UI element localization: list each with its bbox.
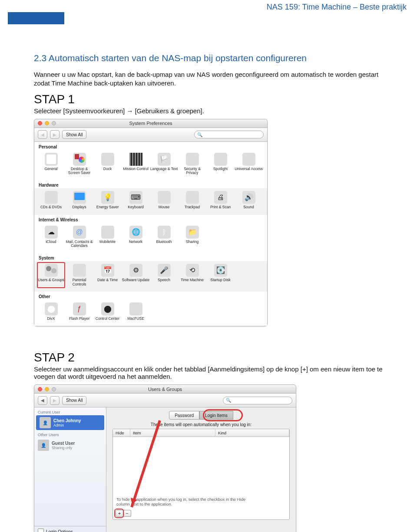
guest-role: Sharing only	[52, 446, 75, 450]
back-button[interactable]: ◀	[38, 130, 47, 139]
pref-language[interactable]: 🏳️Language & Text	[150, 151, 178, 177]
divx-icon: ⬤	[45, 302, 58, 315]
mobileme-icon	[101, 226, 114, 239]
pref-dock[interactable]: Dock	[93, 151, 122, 177]
pref-bluetooth[interactable]: ᛒBluetooth	[150, 224, 178, 250]
pref-spotlight-label: Spotlight	[213, 167, 228, 171]
note-line2: column next to the application.	[116, 502, 172, 506]
table-hide-note: To hide an application when you log in, …	[116, 497, 286, 506]
pref-dock-label: Dock	[103, 167, 112, 171]
network-icon: 🌐	[129, 226, 142, 239]
pref-sound[interactable]: 🔊Sound	[235, 189, 263, 211]
pref-date[interactable]: 📅Date & Time	[93, 262, 122, 288]
pref-divx-label: DivX	[47, 316, 55, 321]
pref-parental[interactable]: Parental Controls	[65, 262, 93, 288]
add-login-item-button[interactable]: +	[116, 510, 123, 517]
forward-button[interactable]: ▶	[50, 396, 60, 405]
pref-timemachine[interactable]: ⟲Time Machine	[178, 262, 206, 288]
pref-speech[interactable]: 🎤Speech	[150, 262, 178, 288]
pref-displays[interactable]: Displays	[65, 189, 93, 211]
search-input[interactable]: 🔍	[223, 397, 292, 404]
pref-print[interactable]: 🖨Print & Scan	[206, 189, 235, 211]
timemachine-icon: ⟲	[186, 264, 199, 277]
pref-network-label: Network	[129, 240, 142, 244]
step2-body: Selecteer uw aanmeldingsaccount en klik …	[34, 365, 383, 380]
login-options[interactable]: Login Options	[34, 526, 106, 532]
sidebar-current-user-label: Current User	[34, 407, 106, 415]
show-all-button[interactable]: Show All	[62, 130, 86, 139]
bluetooth-icon: ᛒ	[158, 226, 171, 239]
pref-macfuse[interactable]: MacFUSE	[122, 301, 150, 322]
pref-mouse-label: Mouse	[159, 205, 170, 209]
pref-controlcenter[interactable]: ⬤Control Center	[93, 301, 122, 322]
pref-desktop[interactable]: Desktop & Screen Saver	[65, 151, 93, 177]
pref-security[interactable]: Security & Privacy	[178, 151, 206, 177]
pref-energy-label: Energy Saver	[96, 205, 119, 209]
speech-icon: 🎤	[158, 264, 171, 277]
sidebar-user-guest[interactable]: 👤 Guest User Sharing only	[34, 438, 106, 453]
pref-displays-label: Displays	[72, 205, 86, 209]
pref-speech-label: Speech	[158, 278, 170, 282]
pref-users-groups[interactable]: Users & Groups	[37, 262, 65, 288]
spotlight-icon	[214, 153, 227, 166]
show-all-button[interactable]: Show All	[62, 396, 86, 405]
login-options-label: Login Options	[46, 529, 73, 532]
window-toolbar: ◀ ▶ Show All 🔍	[34, 394, 296, 407]
home-icon	[38, 529, 44, 532]
pref-cds[interactable]: CDs & DVDs	[37, 189, 65, 211]
pref-general-label: General	[44, 167, 57, 171]
forward-button[interactable]: ▶	[50, 130, 60, 139]
pref-mission[interactable]: Mission Control	[122, 151, 150, 177]
pref-mobileme-label: MobileMe	[99, 240, 116, 244]
pref-icloud[interactable]: ☁iCloud	[37, 224, 65, 250]
pref-cc-label: Control Center	[96, 316, 119, 321]
pref-icloud-label: iCloud	[46, 240, 56, 244]
system-preferences-window: System Preferences ◀ ▶ Show All 🔍 Person…	[34, 119, 268, 327]
section-hardware: Hardware	[34, 180, 267, 188]
pref-mobileme[interactable]: MobileMe	[93, 224, 122, 250]
display-icon	[73, 191, 86, 204]
pref-trackpad[interactable]: Trackpad	[178, 189, 206, 211]
macfuse-icon	[129, 302, 142, 315]
users-groups-window: Users & Groups ◀ ▶ Show All 🔍 Current Us…	[34, 384, 296, 532]
tab-login-items[interactable]: Login Items	[199, 411, 233, 420]
step2-title: STAP 2	[34, 351, 383, 365]
software-icon: ⚙	[129, 264, 142, 277]
window-titlebar: System Preferences	[34, 119, 267, 128]
col-hide[interactable]: Hide	[113, 429, 130, 437]
pref-mouse[interactable]: Mouse	[150, 189, 178, 211]
sidebar-user-current[interactable]: 👤 Chen Johnny Admin	[36, 415, 104, 430]
pref-desktop-label: Desktop & Screen Saver	[68, 167, 91, 175]
sound-icon: 🔊	[242, 191, 255, 204]
step1-title: STAP 1	[34, 92, 383, 106]
col-item[interactable]: Item	[130, 429, 215, 437]
search-input[interactable]: 🔍	[194, 131, 264, 138]
pref-macfuse-label: MacFUSE	[127, 316, 144, 321]
pref-divx[interactable]: ⬤DivX	[37, 301, 65, 322]
pref-network[interactable]: 🌐Network	[122, 224, 150, 250]
pref-keyboard[interactable]: ⌨Keyboard	[122, 189, 150, 211]
pref-software[interactable]: ⚙Software Update	[122, 262, 150, 288]
pref-general[interactable]: General	[37, 151, 65, 177]
pref-print-label: Print & Scan	[210, 205, 231, 209]
back-button[interactable]: ◀	[38, 396, 47, 405]
tab-password[interactable]: Password	[169, 411, 199, 420]
pref-parental-label: Parental Controls	[73, 278, 86, 286]
mission-icon	[129, 153, 142, 166]
pref-spotlight[interactable]: Spotlight	[206, 151, 235, 177]
pref-flash[interactable]: ƒFlash Player	[65, 301, 93, 322]
remove-login-item-button[interactable]: −	[123, 510, 131, 517]
pref-sharing[interactable]: 📁Sharing	[178, 224, 206, 250]
desktop-icon	[73, 153, 86, 166]
pref-universal[interactable]: Universal Access	[235, 151, 263, 177]
mail-icon: @	[73, 226, 86, 239]
security-icon	[186, 153, 199, 166]
avatar-icon: 👤	[40, 417, 51, 428]
pref-energy[interactable]: 💡Energy Saver	[93, 189, 122, 211]
avatar-icon: 👤	[38, 440, 49, 451]
trackpad-icon	[186, 191, 199, 204]
pref-mail[interactable]: @Mail, Contacts & Calendars	[65, 224, 93, 250]
pref-startup[interactable]: 💽Startup Disk	[206, 262, 235, 288]
users-icon	[45, 264, 58, 277]
col-kind[interactable]: Kind	[215, 429, 289, 437]
